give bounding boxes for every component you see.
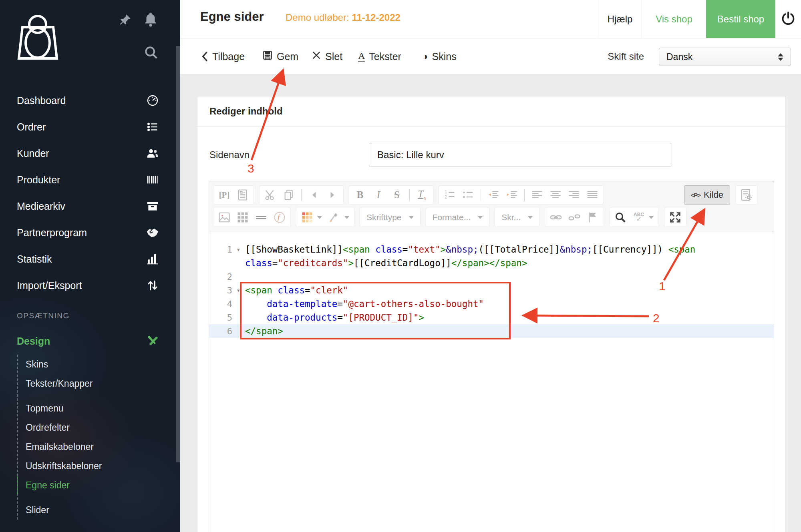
outdent-icon[interactable] [487,189,499,201]
unlink-icon[interactable] [568,211,580,223]
redo-icon[interactable] [326,189,338,201]
undo-icon[interactable] [308,189,320,201]
doc-gear-icon[interactable] [741,189,753,201]
align-justify-icon[interactable] [586,189,598,201]
hr-icon[interactable] [255,211,267,223]
italic-icon[interactable]: I [372,189,384,201]
chevron-down-icon[interactable] [344,216,349,219]
sidebar-item-statistik[interactable]: Statistik [0,246,176,272]
skins-button[interactable]: ◑ Skins [422,38,457,74]
table-icon[interactable] [237,211,249,223]
ordered-list-icon[interactable]: 12 [444,189,456,201]
sidebar-item-dashboard[interactable]: Dashboard [0,87,176,114]
size-dropdown[interactable]: Skr... [495,208,539,227]
sidebar-subitem-egne-sider[interactable]: Egne sider [26,476,161,495]
cut-icon[interactable] [264,189,276,201]
logout-power-button[interactable] [775,0,801,38]
sidebar-item-import-eksport[interactable]: Import/Eksport [0,272,176,299]
sidebar-item-ordrer[interactable]: Ordrer [0,114,176,140]
sidebar-subitem-tekster-knapper[interactable]: Tekster/Knapper [26,374,161,393]
search-icon[interactable] [143,45,159,62]
spellcheck-icon[interactable]: ABC✓ [633,211,645,223]
format-dropdown[interactable]: Formate... [426,208,490,227]
bgcolor-icon[interactable] [301,211,313,223]
templates-icon[interactable] [237,189,249,201]
switch-site-label: Skift site [608,38,644,74]
sidebar-item-design[interactable]: Design [0,329,176,353]
help-link[interactable]: Hjælp [598,0,642,38]
view-shop-link[interactable]: Vis shop [642,0,706,38]
sidebar-subitem-skins[interactable]: Skins [26,355,161,374]
strike-icon[interactable]: S [391,189,403,201]
sidebar-scrollbar[interactable] [176,46,180,462]
save-button[interactable]: Gem [262,38,298,74]
shop-logo[interactable] [17,14,59,62]
chevron-down-icon[interactable] [649,216,654,219]
fold-arrow-icon[interactable]: ▾ [237,287,245,293]
sidebar-item-partnerprogram[interactable]: Partnerprogram [0,219,176,246]
align-left-icon[interactable] [531,189,543,201]
toolbar-group: ABC✓ [609,208,659,227]
remove-format-icon[interactable]: Tx [416,189,428,201]
maximize-icon[interactable] [669,211,681,223]
textcolor-icon[interactable] [328,211,340,223]
link-icon[interactable] [550,211,562,223]
flag-icon[interactable] [587,211,599,223]
texts-button[interactable]: A Tekster [358,38,401,74]
sidebar-subitem-emailskabeloner[interactable]: Emailskabeloner [26,437,161,456]
sidebar-subitem-slider[interactable]: Slider [26,500,161,520]
pin-icon[interactable] [119,13,132,28]
back-button[interactable]: Tilbage [201,38,245,74]
code-text: data-template="@cart-others-also-bought" [245,299,484,309]
line-number: 6 [209,326,237,336]
sidebar-item-produkter[interactable]: Produkter [0,167,176,193]
page-name-input[interactable] [369,143,672,167]
p-bracket-icon[interactable]: [P] [218,189,230,201]
site-language-select[interactable]: Dansk [659,48,791,66]
align-right-icon[interactable] [568,189,580,201]
search-icon[interactable] [614,211,626,223]
code-line-4: 4 data-template="@cart-others-also-bough… [209,297,774,311]
indent-icon[interactable] [506,189,518,201]
svg-text:f: f [278,213,281,221]
font-dropdown[interactable]: Skrifttype [360,208,421,227]
sidebar-item-kunder[interactable]: Kunder [0,140,176,167]
sidebar-section-label: OPSÆTNING [17,311,70,320]
sidebar-subitem-ordrefelter[interactable]: Ordrefelter [26,418,161,437]
texts-label: Tekster [369,51,401,62]
text-a-icon: A [358,51,365,62]
bold-icon[interactable]: B [354,189,366,201]
sidebar-item-label: Mediearkiv [17,201,146,212]
card-header: Rediger indhold [197,96,785,126]
sidebar-item-mediearkiv[interactable]: Mediearkiv [0,193,176,219]
flash-icon[interactable]: f [274,211,286,223]
delete-button[interactable]: Slet [312,38,342,74]
order-shop-button[interactable]: Bestil shop [706,0,775,38]
line-number: 4 [209,299,237,309]
bullet-list-icon[interactable] [462,189,474,201]
sidebar-subitem-topmenu[interactable]: Topmenu [26,399,161,418]
fold-arrow-icon[interactable]: ▾ [237,247,245,253]
toolbar-separator [301,189,302,201]
code-text: data-products="[PRODUCT_ID]"> [245,312,424,323]
chevron-down-icon[interactable] [317,216,322,219]
page-name-label: Sidenavn [209,149,250,161]
barcode-icon [146,173,159,187]
topbar: Egne sider Demo udløber: 11-12-2022 Hjæl… [180,0,801,38]
sidebar-subitem-udskriftskabeloner[interactable]: Udskriftskabeloner [26,456,161,476]
toolbar-group [296,208,354,227]
svg-text:2: 2 [445,195,447,199]
copy-icon[interactable] [283,189,295,201]
image-icon[interactable] [218,211,230,223]
code-text: class="creditcards">[[CreditCardLogo]]</… [245,258,527,268]
page-title: Egne sider [200,10,264,24]
back-label: Tilbage [212,51,245,62]
source-code-area[interactable]: 1▾[[ShowBasketLink]]<span class="text">&… [209,231,774,532]
toolbar-group [664,208,686,227]
demo-expiry-label: Demo udløber: [286,12,349,23]
chevron-down-icon [409,216,414,219]
source-button[interactable]: <P>Kilde [684,185,730,205]
bell-icon[interactable] [143,11,158,29]
toolbar-separator [481,189,481,201]
align-center-icon[interactable] [549,189,562,201]
